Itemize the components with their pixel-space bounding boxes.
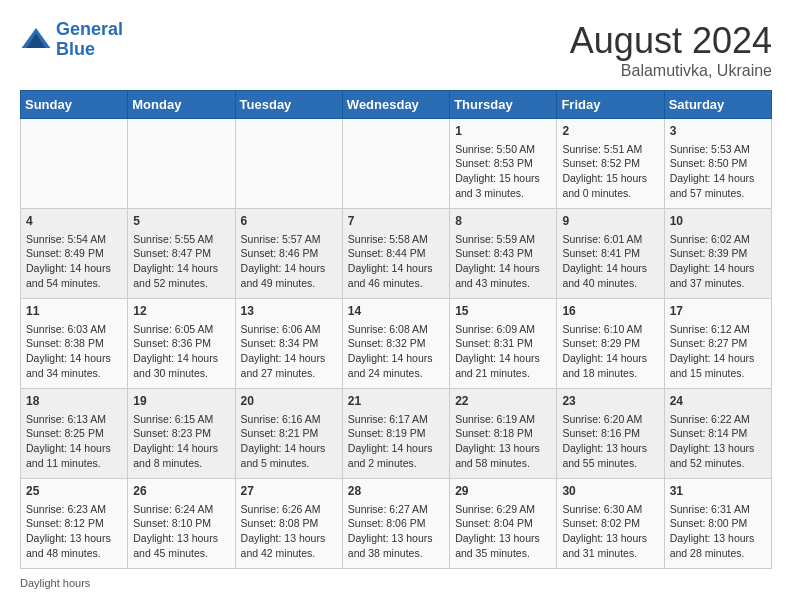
day-info: Sunrise: 6:15 AM Sunset: 8:23 PM Dayligh…	[133, 412, 229, 471]
calendar-cell: 22Sunrise: 6:19 AM Sunset: 8:18 PM Dayli…	[450, 389, 557, 479]
calendar-cell: 25Sunrise: 6:23 AM Sunset: 8:12 PM Dayli…	[21, 479, 128, 569]
calendar-cell: 29Sunrise: 6:29 AM Sunset: 8:04 PM Dayli…	[450, 479, 557, 569]
day-of-week-header: Wednesday	[342, 91, 449, 119]
day-number: 16	[562, 303, 658, 320]
day-number: 5	[133, 213, 229, 230]
calendar-cell: 31Sunrise: 6:31 AM Sunset: 8:00 PM Dayli…	[664, 479, 771, 569]
day-info: Sunrise: 6:30 AM Sunset: 8:02 PM Dayligh…	[562, 502, 658, 561]
logo-icon	[20, 24, 52, 56]
day-number: 31	[670, 483, 766, 500]
day-info: Sunrise: 6:06 AM Sunset: 8:34 PM Dayligh…	[241, 322, 337, 381]
day-number: 19	[133, 393, 229, 410]
calendar-cell: 19Sunrise: 6:15 AM Sunset: 8:23 PM Dayli…	[128, 389, 235, 479]
day-info: Sunrise: 6:16 AM Sunset: 8:21 PM Dayligh…	[241, 412, 337, 471]
day-of-week-header: Friday	[557, 91, 664, 119]
day-number: 13	[241, 303, 337, 320]
day-number: 11	[26, 303, 122, 320]
day-info: Sunrise: 6:27 AM Sunset: 8:06 PM Dayligh…	[348, 502, 444, 561]
logo: General Blue	[20, 20, 123, 60]
day-info: Sunrise: 6:08 AM Sunset: 8:32 PM Dayligh…	[348, 322, 444, 381]
day-of-week-header: Tuesday	[235, 91, 342, 119]
day-number: 3	[670, 123, 766, 140]
calendar-cell	[235, 119, 342, 209]
calendar-cell: 17Sunrise: 6:12 AM Sunset: 8:27 PM Dayli…	[664, 299, 771, 389]
day-of-week-header: Monday	[128, 91, 235, 119]
calendar-cell: 7Sunrise: 5:58 AM Sunset: 8:44 PM Daylig…	[342, 209, 449, 299]
day-number: 26	[133, 483, 229, 500]
day-info: Sunrise: 6:24 AM Sunset: 8:10 PM Dayligh…	[133, 502, 229, 561]
calendar-cell: 26Sunrise: 6:24 AM Sunset: 8:10 PM Dayli…	[128, 479, 235, 569]
calendar-cell: 30Sunrise: 6:30 AM Sunset: 8:02 PM Dayli…	[557, 479, 664, 569]
calendar-cell: 15Sunrise: 6:09 AM Sunset: 8:31 PM Dayli…	[450, 299, 557, 389]
calendar-cell: 21Sunrise: 6:17 AM Sunset: 8:19 PM Dayli…	[342, 389, 449, 479]
day-number: 24	[670, 393, 766, 410]
logo-text: General Blue	[56, 20, 123, 60]
day-of-week-header: Thursday	[450, 91, 557, 119]
day-info: Sunrise: 6:10 AM Sunset: 8:29 PM Dayligh…	[562, 322, 658, 381]
day-number: 10	[670, 213, 766, 230]
calendar-cell: 8Sunrise: 5:59 AM Sunset: 8:43 PM Daylig…	[450, 209, 557, 299]
day-info: Sunrise: 5:59 AM Sunset: 8:43 PM Dayligh…	[455, 232, 551, 291]
calendar-cell: 5Sunrise: 5:55 AM Sunset: 8:47 PM Daylig…	[128, 209, 235, 299]
calendar-cell	[128, 119, 235, 209]
day-info: Sunrise: 6:17 AM Sunset: 8:19 PM Dayligh…	[348, 412, 444, 471]
daylight-label: Daylight hours	[20, 577, 90, 589]
day-number: 17	[670, 303, 766, 320]
day-info: Sunrise: 6:31 AM Sunset: 8:00 PM Dayligh…	[670, 502, 766, 561]
calendar-cell: 11Sunrise: 6:03 AM Sunset: 8:38 PM Dayli…	[21, 299, 128, 389]
day-number: 8	[455, 213, 551, 230]
calendar-cell: 1Sunrise: 5:50 AM Sunset: 8:53 PM Daylig…	[450, 119, 557, 209]
calendar-cell: 27Sunrise: 6:26 AM Sunset: 8:08 PM Dayli…	[235, 479, 342, 569]
calendar-cell	[21, 119, 128, 209]
day-number: 25	[26, 483, 122, 500]
calendar-cell: 28Sunrise: 6:27 AM Sunset: 8:06 PM Dayli…	[342, 479, 449, 569]
month-year: August 2024	[570, 20, 772, 62]
day-number: 4	[26, 213, 122, 230]
day-info: Sunrise: 6:22 AM Sunset: 8:14 PM Dayligh…	[670, 412, 766, 471]
calendar-cell: 23Sunrise: 6:20 AM Sunset: 8:16 PM Dayli…	[557, 389, 664, 479]
day-info: Sunrise: 6:03 AM Sunset: 8:38 PM Dayligh…	[26, 322, 122, 381]
calendar-cell: 13Sunrise: 6:06 AM Sunset: 8:34 PM Dayli…	[235, 299, 342, 389]
day-info: Sunrise: 6:12 AM Sunset: 8:27 PM Dayligh…	[670, 322, 766, 381]
day-of-week-header: Sunday	[21, 91, 128, 119]
calendar-week-row: 25Sunrise: 6:23 AM Sunset: 8:12 PM Dayli…	[21, 479, 772, 569]
calendar-cell: 12Sunrise: 6:05 AM Sunset: 8:36 PM Dayli…	[128, 299, 235, 389]
day-number: 22	[455, 393, 551, 410]
day-number: 7	[348, 213, 444, 230]
calendar-cell: 18Sunrise: 6:13 AM Sunset: 8:25 PM Dayli…	[21, 389, 128, 479]
calendar-week-row: 11Sunrise: 6:03 AM Sunset: 8:38 PM Dayli…	[21, 299, 772, 389]
calendar-cell: 3Sunrise: 5:53 AM Sunset: 8:50 PM Daylig…	[664, 119, 771, 209]
day-info: Sunrise: 5:58 AM Sunset: 8:44 PM Dayligh…	[348, 232, 444, 291]
calendar-week-row: 4Sunrise: 5:54 AM Sunset: 8:49 PM Daylig…	[21, 209, 772, 299]
day-info: Sunrise: 6:23 AM Sunset: 8:12 PM Dayligh…	[26, 502, 122, 561]
day-number: 6	[241, 213, 337, 230]
day-number: 21	[348, 393, 444, 410]
day-info: Sunrise: 5:57 AM Sunset: 8:46 PM Dayligh…	[241, 232, 337, 291]
day-info: Sunrise: 6:13 AM Sunset: 8:25 PM Dayligh…	[26, 412, 122, 471]
calendar-cell: 16Sunrise: 6:10 AM Sunset: 8:29 PM Dayli…	[557, 299, 664, 389]
calendar-cell: 4Sunrise: 5:54 AM Sunset: 8:49 PM Daylig…	[21, 209, 128, 299]
day-info: Sunrise: 6:26 AM Sunset: 8:08 PM Dayligh…	[241, 502, 337, 561]
calendar-cell: 6Sunrise: 5:57 AM Sunset: 8:46 PM Daylig…	[235, 209, 342, 299]
day-info: Sunrise: 5:55 AM Sunset: 8:47 PM Dayligh…	[133, 232, 229, 291]
calendar-cell: 24Sunrise: 6:22 AM Sunset: 8:14 PM Dayli…	[664, 389, 771, 479]
day-of-week-header: Saturday	[664, 91, 771, 119]
location: Balamutivka, Ukraine	[570, 62, 772, 80]
day-info: Sunrise: 6:09 AM Sunset: 8:31 PM Dayligh…	[455, 322, 551, 381]
day-number: 9	[562, 213, 658, 230]
day-number: 14	[348, 303, 444, 320]
day-number: 27	[241, 483, 337, 500]
calendar-header-row: SundayMondayTuesdayWednesdayThursdayFrid…	[21, 91, 772, 119]
title-block: August 2024 Balamutivka, Ukraine	[570, 20, 772, 80]
day-info: Sunrise: 5:51 AM Sunset: 8:52 PM Dayligh…	[562, 142, 658, 201]
day-number: 15	[455, 303, 551, 320]
day-info: Sunrise: 6:29 AM Sunset: 8:04 PM Dayligh…	[455, 502, 551, 561]
day-info: Sunrise: 5:50 AM Sunset: 8:53 PM Dayligh…	[455, 142, 551, 201]
day-number: 28	[348, 483, 444, 500]
day-number: 12	[133, 303, 229, 320]
day-info: Sunrise: 6:20 AM Sunset: 8:16 PM Dayligh…	[562, 412, 658, 471]
calendar-cell: 10Sunrise: 6:02 AM Sunset: 8:39 PM Dayli…	[664, 209, 771, 299]
day-number: 1	[455, 123, 551, 140]
calendar-cell: 2Sunrise: 5:51 AM Sunset: 8:52 PM Daylig…	[557, 119, 664, 209]
day-number: 30	[562, 483, 658, 500]
